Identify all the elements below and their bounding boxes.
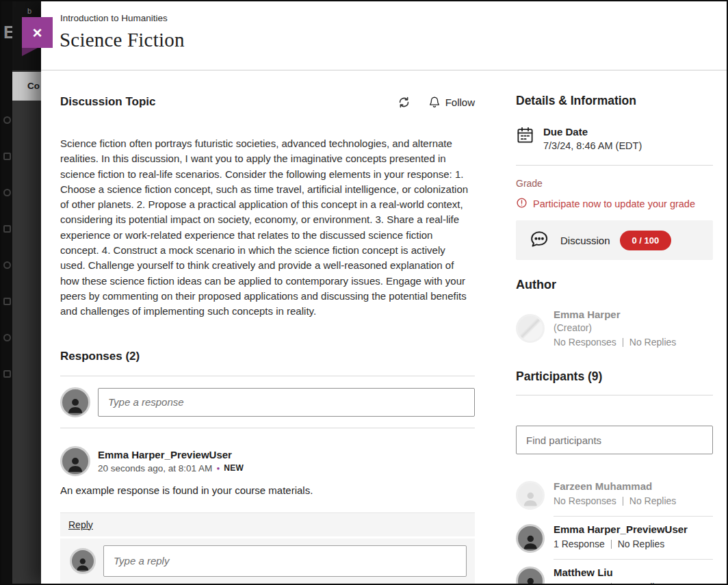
participant-row[interactable]: Farzeen Muhammad No Responses No Replies <box>516 473 713 517</box>
background-nav-icon <box>3 189 11 196</box>
background-nav-icon <box>3 370 11 378</box>
discussion-icon <box>528 229 549 252</box>
details-column: Details & Information Due Date 7/3/24, 8… <box>516 70 713 584</box>
refresh-icon <box>398 96 411 109</box>
page-title: Science Fiction <box>60 29 185 51</box>
discussion-topic-body: Science fiction often portrays futuristi… <box>60 136 469 320</box>
participant-replies: No Replies <box>618 582 664 584</box>
background-nav-icon <box>3 298 11 305</box>
stat-separator <box>611 540 612 549</box>
divider <box>516 395 713 395</box>
grade-label: Grade <box>516 178 713 189</box>
alert-icon <box>516 197 528 211</box>
participant-avatar <box>516 567 545 584</box>
current-user-avatar <box>70 548 96 574</box>
close-icon: × <box>32 23 42 42</box>
background-nav-label-fragment: Co <box>12 72 42 101</box>
response-author-name: Emma Harper_PreviewUser <box>98 449 244 460</box>
participant-replies: No Replies <box>629 495 676 506</box>
participant-name: Farzeen Muhammad <box>554 480 713 492</box>
due-date-label: Due Date <box>543 126 642 138</box>
reply-link[interactable]: Reply <box>68 519 93 530</box>
background-nav-icons <box>1 116 12 378</box>
background-nav-icon <box>3 261 11 269</box>
author-avatar <box>516 314 545 343</box>
author-row: Emma Harper (Creator) No Responses No Re… <box>516 309 713 348</box>
participant-replies: No Replies <box>618 538 664 549</box>
panel-header: × Introduction to Humanities Science Fic… <box>41 1 727 70</box>
stat-separator <box>623 497 623 506</box>
participant-responses: 1 Response <box>554 538 605 549</box>
participants-list: Farzeen Muhammad No Responses No Replies <box>516 473 713 584</box>
refresh-button[interactable] <box>398 96 411 109</box>
response-compose-row <box>60 387 475 417</box>
calendar-icon <box>516 126 534 147</box>
grade-warning-text: Participate now to update your grade <box>533 198 695 209</box>
bell-icon <box>428 96 441 108</box>
due-date-row: Due Date 7/3/24, 8:46 AM (EDT) <box>516 126 713 151</box>
panel-content: Discussion Topic <box>41 70 727 584</box>
participant-responses: 1 Response <box>554 582 605 584</box>
background-nav-icon <box>3 116 11 124</box>
follow-button[interactable]: Follow <box>428 96 475 108</box>
response-body: An example response is found in your cou… <box>60 484 475 496</box>
background-nav-icon <box>3 334 11 341</box>
follow-label: Follow <box>445 96 475 108</box>
participant-name: Matthew Liu <box>554 567 713 578</box>
details-heading: Details & Information <box>516 94 713 108</box>
reply-input[interactable] <box>103 545 467 577</box>
stat-separator <box>611 583 612 584</box>
new-badge: NEW <box>224 463 244 473</box>
background-text-fragment: b <box>27 7 31 15</box>
author-responses: No Responses <box>554 337 616 348</box>
participants-heading: Participants (9) <box>516 369 713 384</box>
reply-area: Reply <box>60 512 475 584</box>
stat-separator <box>623 338 623 347</box>
close-button[interactable]: × <box>22 17 53 48</box>
discussion-topic-heading: Discussion Topic <box>60 95 156 109</box>
response-author-avatar <box>60 446 90 476</box>
response-item: Emma Harper_PreviewUser 20 seconds ago, … <box>60 446 475 584</box>
author-role: (Creator) <box>554 322 676 333</box>
new-badge-dot: ● <box>216 465 220 471</box>
screen: E b Co × Introduction to Humanities Scie… <box>0 0 728 585</box>
grade-item-label: Discussion <box>560 235 610 246</box>
grade-warning: Participate now to update your grade <box>516 197 713 211</box>
divider <box>60 428 475 428</box>
author-replies: No Replies <box>629 337 676 348</box>
main-column: Discussion Topic <box>60 70 475 584</box>
find-participants-input[interactable] <box>516 426 713 454</box>
response-input[interactable] <box>98 388 475 417</box>
divider <box>60 376 475 376</box>
participant-row[interactable]: Matthew Liu 1 Response No Replies <box>516 560 713 584</box>
due-date-value: 7/3/24, 8:46 AM (EDT) <box>543 140 642 151</box>
grade-box: Discussion 0 / 100 <box>516 220 713 260</box>
background-app-rail: E <box>1 1 12 584</box>
discussion-panel: × Introduction to Humanities Science Fic… <box>41 1 727 584</box>
background-page-sliver: b Co <box>12 1 42 584</box>
response-timestamp: 20 seconds ago, at 8:01 AM <box>98 463 212 473</box>
participant-avatar <box>516 524 545 553</box>
background-nav-icon <box>3 153 11 160</box>
participant-responses: No Responses <box>554 495 616 506</box>
participant-row[interactable]: Emma Harper_PreviewUser 1 Response No Re… <box>516 517 713 560</box>
current-user-avatar <box>60 387 90 417</box>
responses-heading: Responses (2) <box>60 350 475 363</box>
author-name: Emma Harper <box>554 309 676 320</box>
grade-score-pill: 0 / 100 <box>620 231 672 250</box>
breadcrumb: Introduction to Humanities <box>60 13 168 23</box>
participant-name: Emma Harper_PreviewUser <box>554 523 713 535</box>
participant-avatar <box>516 481 545 510</box>
author-heading: Author <box>516 278 713 292</box>
reply-compose-row <box>60 538 475 584</box>
divider <box>516 165 713 166</box>
background-nav-icon <box>3 225 11 233</box>
